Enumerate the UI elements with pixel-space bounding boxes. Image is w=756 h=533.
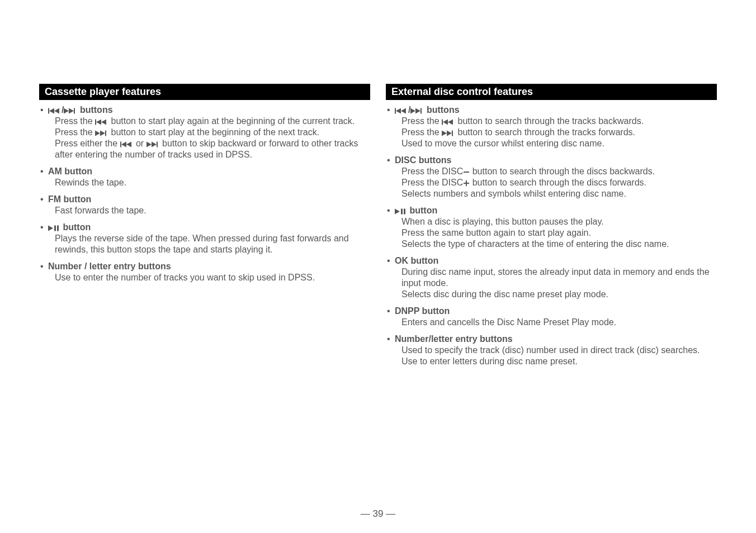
text: Used to move the cursor whilst entering … <box>401 139 604 148</box>
text: Used to specify the track (disc) number … <box>401 345 700 355</box>
skip-forward-icon <box>147 141 160 147</box>
item-body-line: Used to specify the track (disc) number … <box>401 345 717 356</box>
text: Press the same button again to start pla… <box>401 228 591 237</box>
item-title: button <box>395 205 717 216</box>
item-body: Press the DISC button to search through … <box>395 166 717 199</box>
item-body-line: Press the button to search through the t… <box>401 116 717 127</box>
text: Press the <box>401 127 442 137</box>
list-item: AM buttonRewinds the tape. <box>39 166 370 194</box>
svg-marker-8 <box>101 120 106 125</box>
item-body-line: Plays the reverse side of the tape. When… <box>55 233 370 255</box>
svg-marker-1 <box>49 108 54 114</box>
text: Selects the type of characters at the ti… <box>401 239 669 249</box>
item-title: FM button <box>48 194 370 205</box>
item-title: / buttons <box>395 104 717 116</box>
skip-back-icon <box>442 119 455 125</box>
svg-rect-26 <box>420 108 422 114</box>
text: Plays the reverse side of the tape. When… <box>55 234 349 254</box>
svg-rect-38 <box>404 209 405 215</box>
list-item: / buttonsPress the button to search thro… <box>386 104 717 155</box>
svg-rect-21 <box>395 108 396 114</box>
svg-marker-15 <box>147 142 152 147</box>
item-body: Use to enter the number of tracks you wa… <box>48 272 370 283</box>
svg-marker-14 <box>126 142 131 147</box>
text: Press the <box>55 116 95 126</box>
item-body: Fast forwards the tape. <box>48 205 370 216</box>
skip-back-icon <box>120 141 134 147</box>
play-pause-icon <box>395 208 407 215</box>
svg-marker-30 <box>442 131 447 136</box>
svg-marker-16 <box>152 142 157 147</box>
list-item: OK buttonDuring disc name input, stores … <box>386 255 717 306</box>
svg-marker-9 <box>95 131 100 136</box>
item-title-text: button <box>60 222 91 232</box>
item-body: Press the button to start play again at … <box>48 116 370 160</box>
svg-rect-5 <box>74 108 75 114</box>
text: Use to enter letters during disc name pr… <box>401 356 578 366</box>
skip-forward-icon <box>64 108 77 114</box>
text: Enters and cancells the Disc Name Preset… <box>401 317 616 327</box>
plus-icon <box>463 180 470 187</box>
item-body-line: Fast forwards the tape. <box>55 205 370 216</box>
svg-rect-6 <box>95 120 96 125</box>
item-body: During disc name input, stores the alrea… <box>395 266 717 300</box>
svg-marker-4 <box>69 108 74 114</box>
item-title: Number/letter entry buttons <box>395 334 717 345</box>
external-disc-item-list: / buttonsPress the button to search thro… <box>386 104 717 373</box>
svg-marker-13 <box>121 142 126 147</box>
text: or <box>134 139 147 148</box>
play-pause-icon <box>48 225 60 231</box>
item-body-line: Rewinds the tape. <box>55 177 370 188</box>
svg-marker-18 <box>48 226 53 231</box>
skip-back-icon <box>395 108 408 114</box>
item-body-line: Press the same button again to start pla… <box>401 227 717 239</box>
section-header-cassette: Cassette player features <box>39 84 370 100</box>
item-title: Number / letter entry buttons <box>48 261 370 272</box>
svg-rect-27 <box>442 120 443 125</box>
list-item: DNPP buttonEnters and cancells the Disc … <box>386 306 717 334</box>
svg-rect-17 <box>157 142 158 147</box>
skip-back-icon <box>48 108 62 114</box>
svg-marker-2 <box>54 108 59 114</box>
item-body-line: Press the button to search through the t… <box>401 127 717 138</box>
list-item: buttonPlays the reverse side of the tape… <box>39 222 370 261</box>
svg-marker-22 <box>396 108 401 114</box>
item-body: Rewinds the tape. <box>48 177 370 188</box>
item-title: OK button <box>395 255 717 266</box>
skip-forward-icon <box>410 108 424 114</box>
svg-marker-36 <box>395 209 400 215</box>
item-title: AM button <box>48 166 370 177</box>
skip-back-icon <box>95 119 108 125</box>
text: Press the <box>55 127 95 137</box>
item-body: Enters and cancells the Disc Name Preset… <box>395 317 717 328</box>
text: button to start play at the beginning of… <box>108 127 319 137</box>
svg-rect-19 <box>54 226 56 231</box>
svg-rect-32 <box>452 131 453 136</box>
list-item: FM buttonFast forwards the tape. <box>39 194 370 222</box>
svg-marker-25 <box>415 108 420 114</box>
item-body-line: Enters and cancells the Disc Name Preset… <box>401 317 717 328</box>
item-body-line: Press the DISC button to search through … <box>401 177 717 188</box>
list-item: buttonWhen a disc is playing, this butto… <box>386 205 717 255</box>
text: button to search through the tracks back… <box>455 116 644 126</box>
text: Use to enter the number of tracks you wa… <box>55 273 315 282</box>
skip-forward-icon <box>442 130 455 136</box>
section-header-external-disc: External disc control features <box>386 84 717 100</box>
text: button to start play again at the beginn… <box>108 116 355 126</box>
item-body-line: Press either the or button to skip backw… <box>55 138 370 160</box>
svg-marker-10 <box>100 131 105 136</box>
item-body-line: Selects the type of characters at the ti… <box>401 239 717 250</box>
text: When a disc is playing, this button paus… <box>401 217 604 226</box>
item-title-text: buttons <box>77 105 112 115</box>
minus-icon <box>463 169 470 175</box>
text: Press either the <box>55 139 120 148</box>
text: Fast forwards the tape. <box>55 206 147 215</box>
item-title-text: buttons <box>424 105 459 115</box>
list-item: Number / letter entry buttonsUse to ente… <box>39 261 370 289</box>
item-body-line: Used to move the cursor whilst entering … <box>401 138 717 149</box>
item-title: / buttons <box>48 104 370 116</box>
item-body: Plays the reverse side of the tape. When… <box>48 233 370 255</box>
item-body-line: Selects disc during the disc name preset… <box>401 289 717 300</box>
item-body-line: Selects numbers and symbols whilst enter… <box>401 188 717 199</box>
item-title: DNPP button <box>395 306 717 317</box>
